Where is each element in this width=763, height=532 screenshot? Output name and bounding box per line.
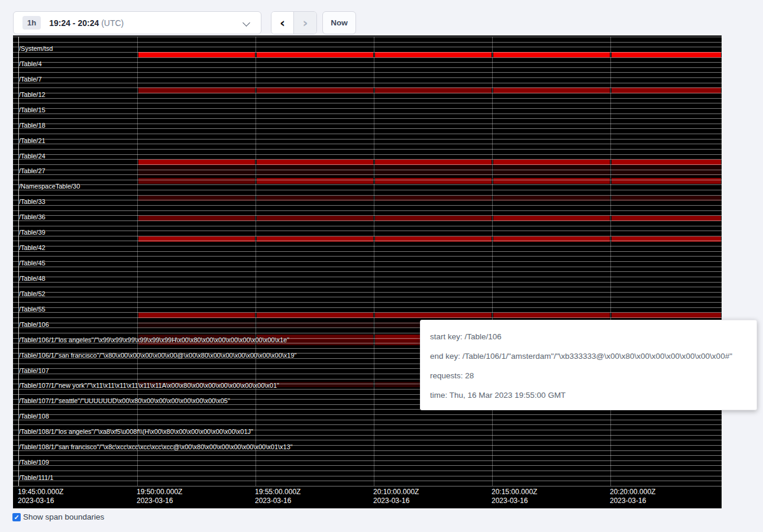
heatmap-band-cell[interactable]: [612, 216, 721, 221]
heatmap-band-cell[interactable]: [375, 313, 492, 318]
heatmap-band-cell[interactable]: [493, 52, 610, 57]
heatmap-band-cell[interactable]: [257, 236, 373, 242]
heatmap-band-cell[interactable]: [138, 236, 255, 242]
range-timezone: (UTC): [101, 18, 124, 28]
show-span-boundaries-checkbox[interactable]: ✓: [12, 513, 21, 521]
x-axis-tick-date: 2023-03-16: [373, 497, 419, 505]
range-text: 19:24 - 20:24 (UTC): [49, 18, 124, 28]
time-range-picker[interactable]: 1h 19:24 - 20:24 (UTC): [13, 11, 261, 34]
span-label: /Table/15: [19, 106, 46, 113]
heatmap-band-cell[interactable]: [257, 52, 373, 57]
heatmap-band-cell[interactable]: [493, 165, 610, 170]
heatmap-band-cell[interactable]: [375, 196, 492, 201]
heatmap-band-cell[interactable]: [257, 216, 373, 221]
heatmap-band-cell[interactable]: [257, 160, 373, 165]
time-bucket-gridline: [610, 37, 611, 486]
span-label: /Table/45: [19, 259, 46, 267]
x-axis-tick-date: 2023-03-16: [137, 497, 182, 505]
footer-controls: ✓ Show span boundaries: [12, 512, 104, 521]
heatmap-band-cell[interactable]: [612, 87, 721, 93]
heatmap-band-cell[interactable]: [257, 178, 373, 184]
heatmap-band-cell[interactable]: [493, 216, 610, 221]
x-axis-tick-date: 2023-03-16: [492, 497, 537, 505]
heatmap-band-cell[interactable]: [493, 196, 610, 201]
span-label: /Table/48: [19, 275, 46, 282]
heatmap-band-cell[interactable]: [138, 313, 255, 318]
heatmap-band-cell[interactable]: [138, 52, 255, 57]
heatmap-band-cell[interactable]: [138, 322, 255, 327]
range-nav-button-group: ‹ ›: [271, 11, 317, 34]
span-label: /Table/108: [19, 413, 49, 420]
span-label: /Table/4: [19, 60, 42, 67]
heatmap-band-cell[interactable]: [257, 170, 373, 176]
span-label: /Table/109: [19, 459, 49, 466]
heatmap-band-cell[interactable]: [257, 335, 373, 340]
heatmap-band-cell[interactable]: [375, 216, 492, 221]
heatmap-band-cell[interactable]: [612, 313, 721, 318]
heatmap-band-cell[interactable]: [375, 170, 492, 176]
heatmap-band-cell[interactable]: [375, 165, 492, 170]
chevron-down-icon: [243, 19, 250, 27]
heatmap-band-cell[interactable]: [138, 340, 255, 345]
span-label: /Table/21: [19, 137, 46, 144]
heatmap-band-cell[interactable]: [375, 236, 492, 242]
keyvisualizer-heatmap[interactable]: /System/tsd/Table/4/Table/7/Table/12/Tab…: [13, 35, 722, 508]
now-button[interactable]: Now: [322, 11, 356, 34]
time-bucket-gridline: [374, 37, 374, 486]
span-label: /Table/55: [19, 306, 46, 313]
heatmap-band-cell[interactable]: [375, 178, 492, 184]
tooltip-end-key: end key: /Table/106/1/"amsterdam"/"\xb33…: [430, 346, 747, 366]
heatmap-band-cell[interactable]: [257, 322, 373, 327]
span-label: /Table/108/1/"san francisco"/"\x8c\xcc\x…: [19, 443, 293, 450]
heatmap-band-cell[interactable]: [138, 382, 255, 387]
heatmap-band-cell[interactable]: [493, 178, 610, 184]
heatmap-band-cell[interactable]: [138, 160, 255, 165]
span-label: /Table/18: [19, 122, 46, 129]
heatmap-band-cell[interactable]: [257, 382, 373, 387]
heatmap-band-cell[interactable]: [257, 313, 373, 318]
heatmap-band-cell[interactable]: [257, 340, 373, 345]
heatmap-band-cell[interactable]: [257, 87, 373, 93]
span-label: /Table/108/1/"los angeles"/"\xa8\xf5\u00…: [19, 428, 253, 435]
span-label: /Table/42: [19, 244, 46, 251]
heatmap-band-cell[interactable]: [612, 196, 721, 201]
heatmap-band-cell[interactable]: [612, 236, 721, 242]
heatmap-band-cell[interactable]: [612, 52, 721, 57]
x-axis-tick: 20:20:00.000Z2023-03-16: [610, 488, 655, 505]
heatmap-band-cell[interactable]: [612, 170, 721, 176]
prev-range-button[interactable]: ‹: [271, 12, 294, 34]
span-label: /Table/106/1/"los angeles"/"\x99\x99\x99…: [19, 336, 289, 343]
heatmap-band-cell[interactable]: [138, 165, 255, 170]
heatmap-band-cell[interactable]: [257, 196, 373, 201]
heatmap-band-cell[interactable]: [138, 87, 255, 93]
heatmap-band-cell[interactable]: [375, 87, 492, 93]
heatmap-band-cell[interactable]: [612, 178, 721, 184]
heatmap-band-cell[interactable]: [375, 160, 492, 165]
heatmap-band-cell[interactable]: [138, 196, 255, 201]
heatmap-band-cell[interactable]: [138, 178, 255, 184]
span-label: /Table/107/1/"new york"/"\x11\x11\x11\x1…: [19, 382, 279, 389]
heatmap-band-cell[interactable]: [138, 335, 255, 340]
show-span-boundaries-label: Show span boundaries: [23, 512, 104, 521]
x-axis-tick: 19:55:00.000Z2023-03-16: [255, 488, 300, 505]
time-bucket-gridline: [492, 37, 493, 486]
span-label: /Table/106: [19, 321, 49, 328]
heatmap-band-cell[interactable]: [612, 160, 721, 165]
heatmap-band-cell[interactable]: [257, 165, 373, 170]
time-bucket-gridline: [137, 37, 138, 486]
heatmap-band-cell[interactable]: [138, 216, 255, 221]
heatmap-band-cell[interactable]: [493, 160, 610, 165]
heatmap-band-cell[interactable]: [493, 87, 610, 93]
x-axis-tick: 19:45:00.000Z2023-03-16: [18, 488, 63, 505]
span-label: /Table/107/1/"seattle"/"UUUUUUD\x00\x80\…: [19, 397, 230, 404]
chevron-left-icon: ‹: [280, 15, 285, 30]
next-range-button[interactable]: ›: [294, 12, 316, 34]
heatmap-band-cell[interactable]: [493, 170, 610, 176]
span-label: /Table/12: [19, 91, 46, 98]
heatmap-band-cell[interactable]: [493, 236, 610, 242]
heatmap-band-cell[interactable]: [493, 313, 610, 318]
heatmap-band-cell[interactable]: [375, 52, 492, 57]
heatmap-band-cell[interactable]: [612, 165, 721, 170]
span-label: /NamespaceTable/30: [19, 183, 80, 190]
heatmap-band-cell[interactable]: [138, 170, 255, 176]
